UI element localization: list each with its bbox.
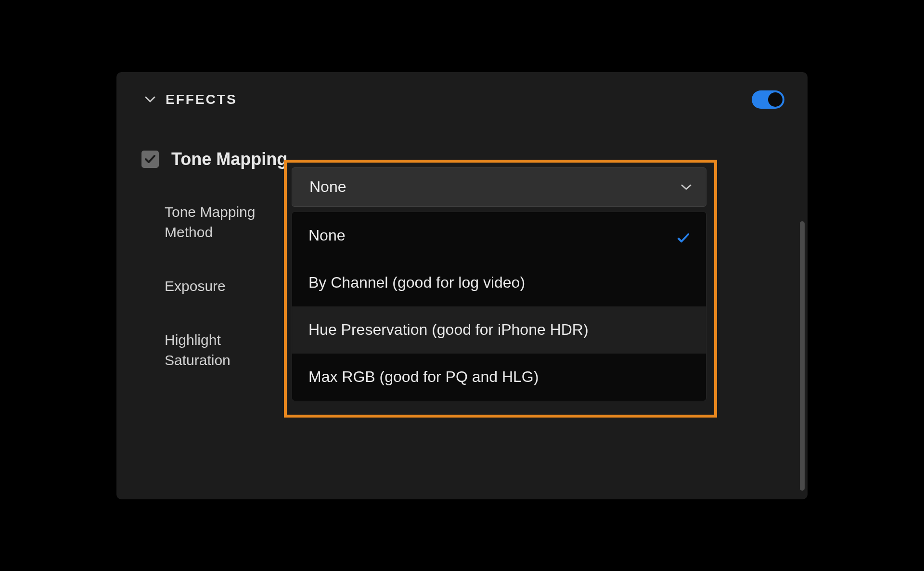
dropdown-selected-value: None [309, 178, 680, 196]
tone-mapping-checkbox[interactable] [141, 151, 159, 168]
effects-header: EFFECTS [116, 72, 808, 109]
chevron-down-icon [680, 181, 693, 193]
tone-mapping-method-label: Tone Mapping Method [165, 196, 290, 242]
exposure-label: Exposure [165, 270, 290, 296]
dropdown-item-hue-preservation[interactable]: Hue Preservation (good for iPhone HDR) [292, 306, 706, 354]
tone-mapping-method-dropdown: None None By Channel (good for log video… [287, 163, 714, 401]
dropdown-item-label: None [308, 227, 677, 244]
dropdown-item-max-rgb[interactable]: Max RGB (good for PQ and HLG) [292, 354, 706, 401]
dropdown-item-label: Max RGB (good for PQ and HLG) [308, 368, 690, 386]
effects-toggle[interactable] [752, 90, 784, 109]
dropdown-trigger[interactable]: None [292, 167, 706, 207]
tone-mapping-controls: Tone Mapping Method Exposure Highlight S… [116, 169, 808, 370]
dropdown-item-label: Hue Preservation (good for iPhone HDR) [308, 321, 690, 339]
dropdown-list: None By Channel (good for log video) Hue… [292, 212, 706, 401]
dropdown-item-none[interactable]: None [292, 212, 706, 259]
section-title: EFFECTS [166, 92, 237, 107]
check-icon [677, 229, 690, 242]
chevron-down-icon[interactable] [143, 93, 157, 106]
toggle-knob [768, 92, 783, 107]
dropdown-item-label: By Channel (good for log video) [308, 274, 690, 292]
dropdown-item-by-channel[interactable]: By Channel (good for log video) [292, 259, 706, 306]
effects-panel: EFFECTS Tone Mapping Tone Mapping Method… [116, 71, 808, 500]
tone-mapping-title: Tone Mapping [171, 149, 287, 169]
scrollbar[interactable] [800, 221, 805, 491]
highlight-saturation-label: Highlight Saturation [165, 324, 290, 370]
